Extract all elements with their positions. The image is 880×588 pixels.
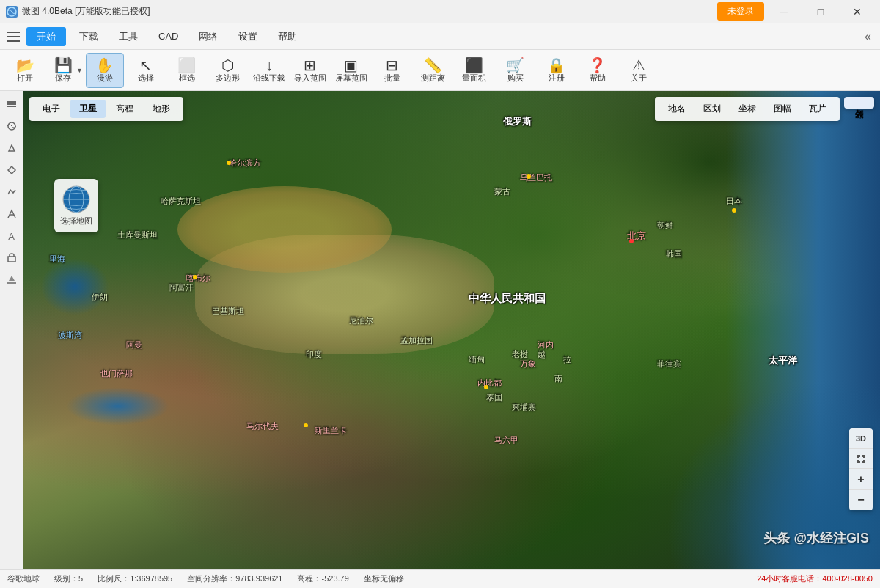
browse-button[interactable]: ✋ 漫游 xyxy=(86,53,124,88)
batch-icon: ⊟ xyxy=(386,58,398,73)
sidebar-tool-2[interactable] xyxy=(1,116,22,136)
nav-tab-mapsheet[interactable]: 图幅 xyxy=(765,100,800,118)
svg-rect-2 xyxy=(7,103,16,105)
svg-rect-14 xyxy=(863,455,865,458)
register-button[interactable]: 🔒 注册 xyxy=(538,53,576,88)
nav-tab-place[interactable]: 地名 xyxy=(659,100,694,118)
map-nav-tabs: 地名 区划 坐标 图幅 瓦片 xyxy=(655,97,840,121)
polygon-button[interactable]: ⬡ 多边形 xyxy=(209,53,247,88)
measure-dist-button[interactable]: 📏 测距离 xyxy=(414,53,452,88)
titlebar-controls: 未登录 ─ □ ✕ xyxy=(717,0,874,23)
batch-button[interactable]: ⊟ 批量 xyxy=(373,53,411,88)
sidebar-tool-7[interactable]: A xyxy=(1,226,22,246)
beijing-label: 北京 xyxy=(627,229,646,243)
menu-tools[interactable]: 工具 xyxy=(109,26,148,48)
ctrl-3d[interactable]: 3D xyxy=(849,428,873,449)
ctrl-zoom-in[interactable]: + xyxy=(849,469,873,490)
menu-start[interactable]: 开始 xyxy=(26,27,66,46)
about-button[interactable]: ⚠ 关于 xyxy=(620,53,658,88)
map-type-satellite[interactable]: 卫星 xyxy=(70,100,106,118)
map-right-controls: 地名 区划 坐标 图幅 瓦片 任务列表 xyxy=(655,97,874,121)
statusbar: 谷歌地球 级别：5 比例尺：1:36978595 空间分辨率：9783.9396… xyxy=(0,569,880,588)
sidebar-tool-5[interactable] xyxy=(1,182,22,202)
sidebar-tool-6[interactable] xyxy=(1,204,22,224)
open-icon: 📂 xyxy=(16,58,34,73)
menu-download[interactable]: 下载 xyxy=(69,26,109,48)
menu-cad[interactable]: CAD xyxy=(148,26,188,46)
task-list-button[interactable]: 任务列表 xyxy=(844,97,874,109)
rect-button[interactable]: ⬜ 框选 xyxy=(168,53,206,88)
myanmar-label: 缅甸 xyxy=(469,354,485,365)
titlebar: 微图 4.0Beta [万能版功能已授权] 未登录 ─ □ ✕ xyxy=(0,0,880,23)
sidebar-tool-4[interactable] xyxy=(1,160,22,180)
sidebar: A xyxy=(0,91,23,569)
vietnam-label: 越 xyxy=(538,349,546,360)
svg-rect-18 xyxy=(863,460,865,463)
ulaanbaatar-label: 乌兰巴托 xyxy=(520,172,552,183)
save-button[interactable]: 💾 保存 ▼ xyxy=(47,53,83,88)
korea-label: 韩国 xyxy=(666,249,682,260)
select-button[interactable]: ↖ 选择 xyxy=(127,53,165,88)
measure-area-button[interactable]: ⬛ 量面积 xyxy=(455,53,494,88)
ctrl-zoom-out[interactable]: − xyxy=(849,490,873,510)
menu-network[interactable]: 网络 xyxy=(188,26,228,48)
save-dropdown-arrow[interactable]: ▼ xyxy=(76,67,83,74)
ocean-bottom-right xyxy=(666,378,880,569)
level-value: 5 xyxy=(78,574,83,583)
menu-help[interactable]: 帮助 xyxy=(268,26,307,48)
map-area[interactable]: 俄罗斯 哈萨克斯坦 蒙古 乌兰巴托 哈尔滨方 里海 土库曼斯坦 北京 朝鲜 韩国… xyxy=(23,91,880,569)
level-label: 级别： xyxy=(54,574,78,583)
minimize-button[interactable]: ─ xyxy=(767,0,801,23)
vientiane-label: 万象 xyxy=(520,359,536,370)
cambodia-label: 柬埔寨 xyxy=(512,402,536,413)
uzbek-label: 土库曼斯坦 xyxy=(117,229,158,240)
close-button[interactable]: ✕ xyxy=(840,0,874,23)
screen-range-button[interactable]: ▣ 屏幕范围 xyxy=(332,53,370,88)
map-type-electronic[interactable]: 电子 xyxy=(34,100,69,118)
screen-icon: ▣ xyxy=(344,58,358,73)
sidebar-tool-8[interactable] xyxy=(1,248,22,268)
polygon-icon: ⬡ xyxy=(221,58,234,73)
laos2-label: 拉 xyxy=(563,354,571,365)
help-button[interactable]: ❓ 帮助 xyxy=(579,53,617,88)
globe-info: 谷歌地球 xyxy=(7,573,40,584)
svg-rect-6 xyxy=(8,257,15,262)
login-button[interactable]: 未登录 xyxy=(717,2,764,21)
toolbar: 📂 打开 💾 保存 ▼ ✋ 漫游 ↖ 选择 ⬜ 框选 ⬡ 多边形 ↓ 沿线下载 … xyxy=(0,50,880,91)
nav-tab-coord[interactable]: 坐标 xyxy=(730,100,765,118)
along-icon: ↓ xyxy=(265,58,273,73)
shop-icon: 🛒 xyxy=(506,58,524,73)
ulaanbaatar-dot xyxy=(527,174,531,179)
select-map-button[interactable]: 选择地图 xyxy=(54,179,98,232)
svg-rect-3 xyxy=(7,106,16,107)
map-type-elevation[interactable]: 高程 xyxy=(107,100,142,118)
map-type-terrain[interactable]: 地形 xyxy=(144,100,179,118)
harbin-dot xyxy=(227,161,231,165)
ctrl-fullscreen[interactable] xyxy=(849,449,873,469)
map-type-selector: 电子 卫星 高程 地形 xyxy=(29,97,183,121)
sidebar-tool-9[interactable] xyxy=(1,270,22,290)
nav-tab-tile[interactable]: 瓦片 xyxy=(800,100,835,118)
sidebar-tool-1[interactable] xyxy=(1,94,22,114)
save-icon: 💾 xyxy=(54,58,73,73)
sidebar-tool-3[interactable] xyxy=(1,138,22,158)
save-button-main[interactable]: 💾 保存 xyxy=(47,53,79,88)
mongolia-label: 蒙古 xyxy=(494,186,510,197)
along-button[interactable]: ↓ 沿线下载 xyxy=(250,53,288,88)
svg-rect-7 xyxy=(7,282,16,284)
import-range-button[interactable]: ⊞ 导入范围 xyxy=(291,53,329,88)
beijing-dot xyxy=(629,239,634,243)
open-button[interactable]: 📂 打开 xyxy=(6,53,44,88)
shop-button[interactable]: 🛒 购买 xyxy=(496,53,535,88)
naypyidaw-dot xyxy=(484,385,488,389)
nav-tab-district[interactable]: 区划 xyxy=(694,100,730,118)
rect-icon: ⬜ xyxy=(177,58,196,73)
support-info: 24小时客服电话：400-028-0050 xyxy=(757,573,873,584)
hamburger-menu[interactable] xyxy=(3,26,23,47)
svg-rect-12 xyxy=(857,455,859,458)
maximize-button[interactable]: □ xyxy=(804,0,837,23)
import-icon: ⊞ xyxy=(304,58,316,73)
collapse-button[interactable]: « xyxy=(859,30,877,43)
help-icon: ❓ xyxy=(588,58,606,73)
menu-settings[interactable]: 设置 xyxy=(228,26,268,48)
